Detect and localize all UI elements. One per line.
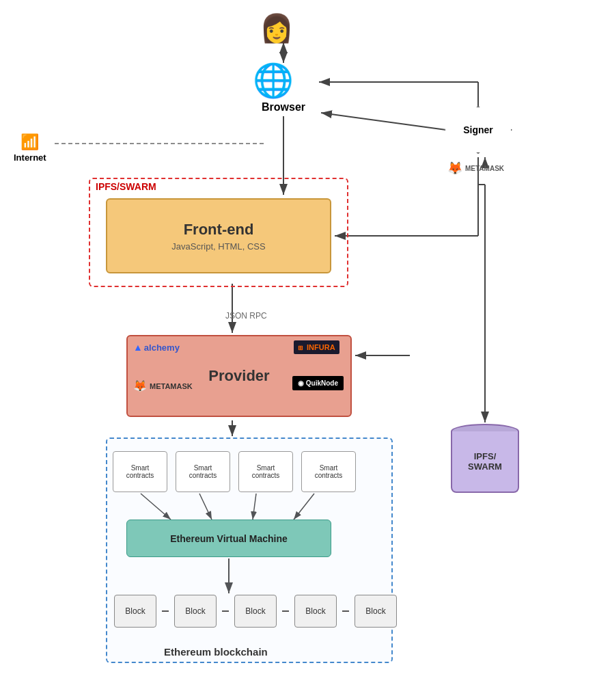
- user-icon: 👩: [260, 12, 294, 44]
- evm-label: Ethereum Virtual Machine: [170, 533, 288, 544]
- block-2: Block: [174, 595, 217, 628]
- alchemy-text: alchemy: [144, 342, 180, 353]
- block-3: Block: [234, 595, 277, 628]
- block-connector-4: [342, 610, 349, 612]
- ipfs-storage-label: IPFS/SWARM: [468, 451, 502, 472]
- smart-contract-2: Smart contracts: [176, 451, 230, 492]
- provider-label: Provider: [208, 367, 269, 385]
- metamask-provider-text: METAMASK: [150, 382, 193, 390]
- wifi-icon: 📶: [20, 133, 39, 151]
- block-connector-1: [162, 610, 169, 612]
- smart-contract-4: Smart contracts: [301, 451, 356, 492]
- ethereum-blockchain-label: Ethereum blockchain: [164, 646, 268, 658]
- browser-icon: 🌐: [253, 62, 294, 100]
- infura-logo: ⊞ INFURA: [294, 340, 339, 354]
- infura-text: INFURA: [307, 343, 335, 351]
- frontend-box: Front-end JavaScript, HTML, CSS: [106, 198, 331, 273]
- metamask-provider-fox-icon: 🦊: [133, 379, 147, 392]
- architecture-diagram: 👩 🌐 Browser 📶 Internet Signer 🦊 METAMASK…: [0, 0, 597, 700]
- signer-label: Signer: [463, 124, 493, 135]
- infura-icon: ⊞: [298, 345, 303, 351]
- block-1: Block: [114, 595, 156, 628]
- ipfs-storage-cylinder: IPFS/SWARM: [451, 424, 519, 506]
- browser-label: Browser: [262, 101, 305, 113]
- metamask-signer-label: 🦊 METAMASK: [447, 161, 504, 176]
- ipfs-swarm-label: IPFS/SWARM: [96, 181, 156, 192]
- metamask-signer-text: METAMASK: [465, 165, 504, 172]
- cylinder-body: IPFS/SWARM: [451, 431, 519, 493]
- frontend-subtitle: JavaScript, HTML, CSS: [171, 241, 265, 252]
- json-rpc-label: JSON RPC: [225, 311, 267, 321]
- block-connector-3: [282, 610, 289, 612]
- block-4: Block: [294, 595, 337, 628]
- block-5: Block: [355, 595, 397, 628]
- smart-contract-3: Smart contracts: [238, 451, 293, 492]
- signer-diamond: Signer: [444, 106, 512, 154]
- smart-contract-1: Smart contracts: [113, 451, 167, 492]
- metamask-provider-label: 🦊 METAMASK: [133, 379, 193, 392]
- quiknode-text: ◉ QuikNode: [298, 379, 338, 387]
- blocks-row: Block Block Block Block Block: [114, 595, 397, 628]
- svg-line-5: [321, 113, 446, 130]
- metamask-fox-icon: 🦊: [447, 161, 462, 176]
- smart-contracts-row: Smart contracts Smart contracts Smart co…: [113, 451, 356, 492]
- evm-box: Ethereum Virtual Machine: [126, 520, 331, 557]
- alchemy-icon: ▲: [133, 342, 143, 353]
- alchemy-logo: ▲ alchemy: [133, 342, 180, 353]
- frontend-title: Front-end: [184, 221, 254, 239]
- internet-label: Internet: [14, 152, 46, 163]
- block-connector-2: [222, 610, 229, 612]
- quiknode-logo: ◉ QuikNode: [292, 376, 344, 390]
- internet-section: 📶 Internet: [14, 133, 46, 163]
